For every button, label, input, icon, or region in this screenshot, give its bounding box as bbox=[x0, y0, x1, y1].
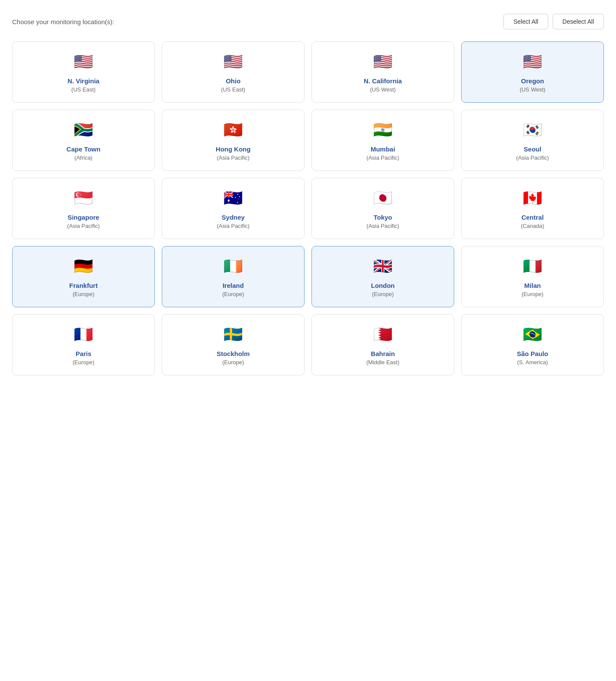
flag-london: 🇬🇧 bbox=[373, 259, 393, 274]
location-card-singapore[interactable]: 🇸🇬Singapore(Asia Pacific) bbox=[12, 178, 155, 239]
header-buttons: Select All Deselect All bbox=[503, 14, 604, 29]
flag-mumbai: 🇮🇳 bbox=[373, 122, 393, 138]
location-card-tokyo[interactable]: 🇯🇵Tokyo(Asia Pacific) bbox=[311, 178, 454, 239]
city-name-milan: Milan bbox=[524, 282, 541, 289]
flag-sydney: 🇦🇺 bbox=[223, 190, 243, 206]
page-header: Choose your monitoring location(s): Sele… bbox=[12, 14, 604, 29]
city-name-stockholm: Stockholm bbox=[217, 350, 250, 357]
flag-cape-town: 🇿🇦 bbox=[74, 122, 93, 138]
city-name-tokyo: Tokyo bbox=[374, 214, 392, 221]
location-card-sydney[interactable]: 🇦🇺Sydney(Asia Pacific) bbox=[162, 178, 305, 239]
flag-milan: 🇮🇹 bbox=[523, 259, 542, 274]
location-card-bahrain[interactable]: 🇧🇭Bahrain(Middle East) bbox=[311, 314, 454, 375]
flag-tokyo: 🇯🇵 bbox=[373, 190, 393, 206]
region-name-london: (Europe) bbox=[372, 291, 394, 297]
region-name-singapore: (Asia Pacific) bbox=[67, 223, 100, 229]
city-name-singapore: Singapore bbox=[68, 214, 99, 221]
city-name-ohio: Ohio bbox=[226, 77, 240, 85]
flag-frankfurt: 🇩🇪 bbox=[74, 259, 93, 274]
city-name-cape-town: Cape Town bbox=[66, 145, 101, 153]
region-name-milan: (Europe) bbox=[522, 291, 544, 297]
flag-sao-paulo: 🇧🇷 bbox=[523, 327, 542, 342]
city-name-n-california: N. California bbox=[364, 77, 402, 85]
region-name-seoul: (Asia Pacific) bbox=[516, 154, 549, 161]
region-name-ireland: (Europe) bbox=[222, 291, 244, 297]
region-name-n-virginia: (US East) bbox=[71, 86, 95, 93]
location-card-ireland[interactable]: 🇮🇪Ireland(Europe) bbox=[162, 246, 305, 307]
city-name-ireland: Ireland bbox=[223, 282, 244, 289]
region-name-stockholm: (Europe) bbox=[222, 359, 244, 366]
location-card-oregon[interactable]: 🇺🇸Oregon(US West) bbox=[461, 41, 604, 103]
region-name-hong-kong: (Asia Pacific) bbox=[217, 154, 250, 161]
flag-oregon: 🇺🇸 bbox=[523, 54, 542, 69]
region-name-tokyo: (Asia Pacific) bbox=[367, 223, 399, 229]
region-name-paris: (Europe) bbox=[72, 359, 94, 366]
city-name-paris: Paris bbox=[75, 350, 91, 357]
flag-ohio: 🇺🇸 bbox=[223, 54, 243, 69]
location-card-cape-town[interactable]: 🇿🇦Cape Town(Africa) bbox=[12, 110, 155, 171]
region-name-sydney: (Asia Pacific) bbox=[217, 223, 250, 229]
location-card-sao-paulo[interactable]: 🇧🇷São Paulo(S. America) bbox=[461, 314, 604, 375]
location-card-paris[interactable]: 🇫🇷Paris(Europe) bbox=[12, 314, 155, 375]
flag-n-virginia: 🇺🇸 bbox=[74, 54, 93, 69]
city-name-mumbai: Mumbai bbox=[371, 145, 395, 153]
region-name-bahrain: (Middle East) bbox=[366, 359, 399, 366]
location-card-milan[interactable]: 🇮🇹Milan(Europe) bbox=[461, 246, 604, 307]
city-name-bahrain: Bahrain bbox=[371, 350, 395, 357]
city-name-seoul: Seoul bbox=[524, 145, 541, 153]
city-name-frankfurt: Frankfurt bbox=[69, 282, 98, 289]
flag-singapore: 🇸🇬 bbox=[74, 190, 93, 206]
flag-bahrain: 🇧🇭 bbox=[373, 327, 393, 342]
flag-hong-kong: 🇭🇰 bbox=[223, 122, 243, 138]
city-name-hong-kong: Hong Kong bbox=[216, 145, 251, 153]
page-label: Choose your monitoring location(s): bbox=[12, 18, 114, 25]
locations-grid: 🇺🇸N. Virginia(US East)🇺🇸Ohio(US East)🇺🇸N… bbox=[12, 41, 604, 375]
region-name-frankfurt: (Europe) bbox=[72, 291, 94, 297]
city-name-central: Central bbox=[522, 214, 544, 221]
region-name-ohio: (US East) bbox=[221, 86, 245, 93]
flag-stockholm: 🇸🇪 bbox=[223, 327, 243, 342]
select-all-button[interactable]: Select All bbox=[503, 14, 548, 29]
location-card-ohio[interactable]: 🇺🇸Ohio(US East) bbox=[162, 41, 305, 103]
region-name-cape-town: (Africa) bbox=[75, 154, 93, 161]
location-card-london[interactable]: 🇬🇧London(Europe) bbox=[311, 246, 454, 307]
deselect-all-button[interactable]: Deselect All bbox=[553, 14, 604, 29]
region-name-mumbai: (Asia Pacific) bbox=[367, 154, 399, 161]
location-card-hong-kong[interactable]: 🇭🇰Hong Kong(Asia Pacific) bbox=[162, 110, 305, 171]
region-name-oregon: (US West) bbox=[520, 86, 546, 93]
region-name-n-california: (US West) bbox=[370, 86, 396, 93]
flag-seoul: 🇰🇷 bbox=[523, 122, 542, 138]
location-card-seoul[interactable]: 🇰🇷Seoul(Asia Pacific) bbox=[461, 110, 604, 171]
city-name-oregon: Oregon bbox=[521, 77, 544, 85]
location-card-mumbai[interactable]: 🇮🇳Mumbai(Asia Pacific) bbox=[311, 110, 454, 171]
flag-paris: 🇫🇷 bbox=[74, 327, 93, 342]
region-name-central: (Canada) bbox=[521, 223, 544, 229]
location-card-central[interactable]: 🇨🇦Central(Canada) bbox=[461, 178, 604, 239]
flag-ireland: 🇮🇪 bbox=[223, 259, 243, 274]
city-name-london: London bbox=[371, 282, 395, 289]
region-name-sao-paulo: (S. America) bbox=[517, 359, 548, 366]
city-name-sao-paulo: São Paulo bbox=[517, 350, 548, 357]
location-card-frankfurt[interactable]: 🇩🇪Frankfurt(Europe) bbox=[12, 246, 155, 307]
city-name-sydney: Sydney bbox=[222, 214, 245, 221]
flag-n-california: 🇺🇸 bbox=[373, 54, 393, 69]
city-name-n-virginia: N. Virginia bbox=[68, 77, 100, 85]
location-card-n-california[interactable]: 🇺🇸N. California(US West) bbox=[311, 41, 454, 103]
location-card-stockholm[interactable]: 🇸🇪Stockholm(Europe) bbox=[162, 314, 305, 375]
location-card-n-virginia[interactable]: 🇺🇸N. Virginia(US East) bbox=[12, 41, 155, 103]
flag-central: 🇨🇦 bbox=[523, 190, 542, 206]
